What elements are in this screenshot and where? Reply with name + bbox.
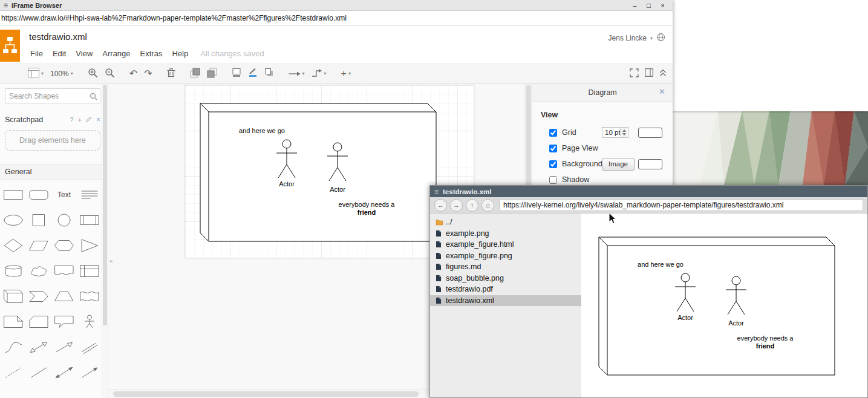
shape-dashed-line[interactable] — [1, 360, 26, 385]
scratchpad-close-icon[interactable]: × — [96, 116, 100, 123]
user-menu-caret-icon[interactable]: ▾ — [650, 36, 653, 41]
insert-button[interactable]: +▾ — [341, 69, 351, 79]
sidebar-collapse-handle[interactable]: « — [109, 258, 113, 264]
background-color-button[interactable] — [638, 159, 662, 169]
file-item-example-figure.html[interactable]: example_figure.html — [430, 239, 581, 250]
file-item-testdrawio.xml[interactable]: testdrawio.xml — [430, 295, 581, 307]
scratchpad-add-icon[interactable]: + — [78, 117, 82, 123]
drawio-logo-icon[interactable] — [0, 30, 20, 62]
hamburger-icon[interactable]: ≡ — [4, 1, 8, 10]
collapse-button[interactable] — [659, 69, 667, 79]
line-color-button[interactable] — [248, 68, 258, 79]
nav-home-button[interactable]: ⌂ — [481, 199, 494, 212]
shape-actor[interactable] — [77, 309, 102, 334]
shape-document[interactable] — [51, 258, 77, 284]
shape-step[interactable] — [26, 284, 51, 309]
maximize-button[interactable]: □ — [645, 2, 653, 9]
shape-card[interactable] — [26, 309, 51, 334]
user-name[interactable]: Jens Lincke — [609, 34, 647, 42]
language-globe-icon[interactable] — [656, 33, 665, 44]
page-view-checkbox[interactable] — [549, 145, 557, 152]
file-browser-url-bar[interactable]: https://lively-kernel.org/lively4/swalab… — [499, 199, 863, 211]
page-view-button[interactable]: ▾ — [28, 68, 44, 79]
sidebar-scrollbar-thumb[interactable] — [103, 85, 107, 325]
canvas-hscroll-thumb[interactable] — [113, 391, 419, 397]
hamburger-icon[interactable]: ≡ — [434, 188, 439, 196]
shape-process[interactable] — [77, 207, 102, 233]
diagram-cube[interactable]: and here we go Actor Actor everybody nee… — [200, 103, 437, 242]
nav-forward-button[interactable]: → — [450, 199, 463, 212]
file-item-soap-bubble.png[interactable]: soap_bubble.png — [430, 273, 581, 284]
grid-color-button[interactable] — [638, 128, 662, 138]
shape-bidirectional-arrow[interactable] — [26, 334, 51, 360]
grid-size-stepper[interactable] — [620, 128, 627, 137]
scratchpad-drop-area[interactable]: Drag elements here — [5, 130, 100, 151]
sidebar-scrollbar[interactable] — [102, 83, 108, 398]
file-item-testdrawio.pdf[interactable]: testdrawio.pdf — [430, 284, 581, 295]
nav-up-button[interactable]: ↑ — [466, 199, 478, 212]
minimize-button[interactable]: – — [631, 2, 639, 9]
shape-curve[interactable] — [1, 334, 26, 360]
close-button[interactable]: × — [659, 2, 667, 9]
menu-extras[interactable]: Extras — [135, 48, 168, 59]
shape-square[interactable] — [26, 207, 51, 233]
shape-diamond[interactable] — [1, 233, 26, 258]
shape-tape[interactable] — [77, 284, 102, 309]
to-front-button[interactable] — [190, 68, 200, 80]
section-general[interactable]: General — [0, 164, 108, 180]
shape-rectangle[interactable] — [1, 182, 26, 207]
menu-help[interactable]: Help — [167, 48, 193, 59]
search-input[interactable] — [5, 88, 100, 103]
menu-file[interactable]: File — [25, 48, 48, 59]
nav-back-button[interactable]: ← — [434, 199, 447, 212]
shape-note[interactable] — [1, 309, 26, 334]
shape-triangle[interactable] — [77, 233, 102, 258]
zoom-in-button[interactable] — [88, 68, 98, 80]
menu-view[interactable]: View — [71, 48, 97, 59]
undo-button[interactable]: ↶ — [129, 69, 137, 79]
fullscreen-button[interactable] — [630, 68, 639, 79]
shape-callout[interactable] — [51, 309, 77, 334]
shape-cloud[interactable] — [26, 258, 51, 284]
fill-color-button[interactable] — [232, 68, 241, 79]
shape-textbox[interactable] — [77, 182, 102, 207]
delete-button[interactable] — [167, 68, 175, 79]
shape-text[interactable]: Text — [51, 182, 77, 207]
shape-cylinder[interactable] — [1, 258, 26, 284]
file-item-figures.md[interactable]: figures.md — [430, 261, 581, 273]
grid-size-input[interactable]: 10 pt — [602, 127, 628, 138]
url-bar[interactable]: https://www.draw.io/#Hhpi-swa-lab%2Fmark… — [0, 11, 673, 26]
shape-parallelogram[interactable] — [26, 233, 51, 258]
file-item-example.png[interactable]: example.png — [430, 228, 581, 240]
shape-trapezoid[interactable] — [51, 284, 77, 309]
shape-link[interactable] — [77, 334, 102, 360]
file-item-..-[interactable]: ../ — [430, 217, 581, 228]
connection-button[interactable]: ▾ — [289, 69, 305, 79]
shape-cube[interactable] — [1, 284, 26, 309]
shape-line[interactable] — [26, 360, 51, 385]
format-button[interactable] — [645, 68, 653, 79]
shape-circle[interactable] — [51, 207, 77, 233]
grid-checkbox[interactable] — [549, 129, 557, 137]
shape-rounded-rectangle[interactable] — [26, 182, 51, 207]
shape-hexagon[interactable] — [51, 233, 77, 258]
redo-button[interactable]: ↷ — [144, 69, 152, 79]
shadow-checkbox[interactable] — [549, 176, 557, 184]
menu-edit[interactable]: Edit — [48, 48, 71, 59]
background-checkbox[interactable] — [549, 160, 557, 168]
menu-arrange[interactable]: Arrange — [97, 48, 135, 59]
zoom-button[interactable]: 100%▾ — [50, 70, 73, 77]
scratchpad-help-icon[interactable]: ? — [70, 117, 73, 123]
tab-diagram[interactable]: Diagram — [588, 88, 616, 97]
background-image-button[interactable]: Image — [602, 158, 635, 171]
scratchpad-edit-icon[interactable] — [86, 116, 92, 123]
shape-ellipse[interactable] — [1, 207, 26, 233]
to-back-button[interactable] — [207, 68, 217, 80]
shadow-button[interactable] — [264, 68, 274, 79]
file-item-example-figure.png[interactable]: example_figure.png — [430, 250, 581, 262]
waypoints-button[interactable]: ▾ — [312, 68, 327, 79]
shape-bidirectional-connector[interactable] — [51, 360, 77, 385]
shape-internal-storage[interactable] — [77, 258, 102, 284]
shape-directional-connector[interactable] — [77, 360, 102, 385]
panel-close-icon[interactable]: ✕ — [659, 87, 665, 96]
